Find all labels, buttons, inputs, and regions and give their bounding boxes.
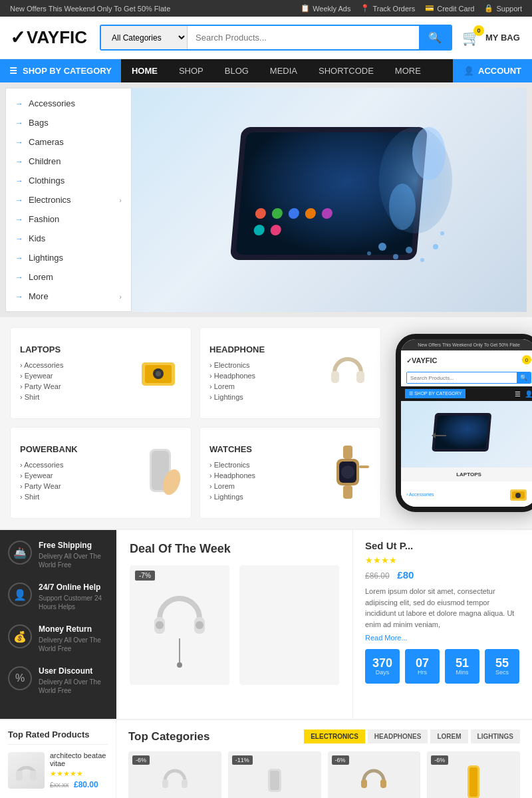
cat-link[interactable]: › Accessories <box>20 360 63 370</box>
tab-electronics[interactable]: ELECTRONICS <box>304 730 365 743</box>
nav-item-media[interactable]: MEDIA <box>259 59 308 82</box>
arrow-icon: → <box>15 138 23 147</box>
cat-link[interactable]: › Electronics <box>209 460 255 470</box>
nav-item-shortcode[interactable]: SHORTCODE <box>308 59 384 82</box>
countdown-mins: 51 Mins <box>445 649 479 684</box>
cat-link[interactable]: › Lorem <box>209 481 255 491</box>
nav-item-blog[interactable]: BLOG <box>214 59 259 82</box>
hero-banner <box>132 88 527 312</box>
cat-link[interactable]: › Party Wear <box>20 481 78 491</box>
deal-products-row: -7% <box>130 565 339 685</box>
svg-point-42 <box>515 493 521 498</box>
cat-link[interactable]: › Lightings <box>209 392 265 402</box>
product-card-1[interactable]: -6% <box>128 751 221 798</box>
cat-link[interactable]: › Eyewear <box>20 370 63 381</box>
search-button[interactable]: 🔍 <box>419 26 451 49</box>
sidebar-item-kids[interactable]: →Kids <box>6 229 131 248</box>
cat-link[interactable]: › Shirt <box>20 392 63 402</box>
hamburger-icon: ☰ <box>9 66 17 76</box>
phone-category-hint: LAPTOPS <box>401 467 532 481</box>
phone-nav: ☰ SHOP BY CATEGORY ☰ 👤 <box>401 386 532 401</box>
tab-headphones[interactable]: HEADPHONES <box>368 730 428 743</box>
phone-menu-icon[interactable]: ☰ <box>515 390 521 398</box>
cat-link[interactable]: › Lorem <box>209 381 265 392</box>
phone-mockup: New Offers This Weekend Only To Get 50% … <box>396 334 532 512</box>
nav-account[interactable]: 👤 ACCOUNT <box>453 59 532 82</box>
svg-rect-37 <box>435 416 489 449</box>
cart-area[interactable]: 🛒 0 MY BAG <box>462 29 522 47</box>
rated-product-info: architecto beatae vitae ★★★★★ £xx.xx £80… <box>50 751 108 789</box>
weekly-ads-link[interactable]: 📋 Weekly Ads <box>301 4 350 13</box>
nav-item-home[interactable]: HOME <box>121 59 168 82</box>
feature-text-money: Money Return Delivery All Over The World… <box>39 624 108 653</box>
cat-link[interactable]: › Headphones <box>209 370 265 381</box>
svg-point-17 <box>433 244 438 249</box>
category-card-powerbank: POWERBANK › Accessories › Eyewear › Part… <box>10 427 192 519</box>
sidebar-item-cameras[interactable]: →Cameras <box>6 132 131 152</box>
sidebar-item-more[interactable]: →More › <box>6 287 131 306</box>
cat-link[interactable]: › Shirt <box>20 491 78 502</box>
tab-lightings[interactable]: LIGHTINGS <box>471 730 520 743</box>
svg-rect-57 <box>469 767 477 797</box>
sidebar-item-bags[interactable]: →Bags <box>6 113 131 132</box>
shop-by-category[interactable]: ☰ SHOP BY CATEGORY <box>0 59 121 82</box>
arrow-icon: → <box>15 215 23 224</box>
phone-search-input[interactable] <box>407 372 517 383</box>
sidebar-item-lorem[interactable]: →Lorem <box>6 267 131 287</box>
nav-item-shop[interactable]: SHOP <box>168 59 214 82</box>
read-more-link[interactable]: Read More... <box>365 634 408 642</box>
sidebar-item-clothings[interactable]: →Clothings <box>6 171 131 190</box>
product-badge-4: -6% <box>431 755 448 765</box>
top-bar: New Offers This Weekend Only To Get 50% … <box>0 0 532 17</box>
sidebar-item-electronics[interactable]: →Electronics › <box>6 190 131 209</box>
countdown-timer: 370 Days 07 Hrs 51 Mins 55 Secs <box>365 649 520 684</box>
phone-header: ✓VAYFIC 0 <box>401 350 532 369</box>
phone-top-bar: New Offers This Weekend Only To Get 50% … <box>401 339 532 350</box>
product-card-4[interactable]: -6% <box>427 751 520 798</box>
product-card-2[interactable]: -11% <box>228 751 321 798</box>
credit-card-link[interactable]: 💳 Credit Card <box>425 4 474 13</box>
cat-link[interactable]: › Electronics <box>209 360 265 370</box>
phone-search-btn[interactable]: 🔍 <box>517 372 531 383</box>
tab-lorem[interactable]: LOREM <box>430 730 467 743</box>
cat-link[interactable]: › Eyewear <box>20 470 78 481</box>
nav-item-more[interactable]: MORE <box>384 59 432 82</box>
phone-account-icon[interactable]: 👤 <box>525 390 532 398</box>
category-info-powerbank: POWERBANK › Accessories › Eyewear › Part… <box>20 444 78 502</box>
phone-shop-by[interactable]: ☰ SHOP BY CATEGORY <box>405 389 466 398</box>
deal-product-2[interactable] <box>239 565 339 685</box>
submenu-icon: › <box>119 196 122 204</box>
svg-rect-53 <box>270 771 279 790</box>
cat-link[interactable]: › Accessories <box>20 460 78 470</box>
feature-free-shipping: 🚢 Free Shipping Delivery All Over The Wo… <box>8 541 108 569</box>
help-icon: 👤 <box>8 583 32 606</box>
category-card-laptops: LAPTOPS › Accessories › Eyewear › Party … <box>10 327 192 419</box>
category-info-watches: WATCHES › Electronics › Headphones › Lor… <box>209 444 255 502</box>
phone-logo: ✓VAYFIC <box>406 354 438 365</box>
svg-point-13 <box>378 243 386 251</box>
product-badge-3: -6% <box>332 755 349 765</box>
arrow-icon: → <box>15 118 23 128</box>
search-input[interactable] <box>188 26 419 49</box>
account-icon: 👤 <box>464 66 474 76</box>
logo[interactable]: ✓ VAYFIC <box>10 27 90 49</box>
sidebar-item-lightings[interactable]: →Lightings <box>6 248 131 267</box>
category-select[interactable]: All Categories <box>101 26 188 49</box>
cat-link[interactable]: › Lightings <box>209 491 255 502</box>
top-rated-sidebar: Top Rated Products architecto beatae vit… <box>0 720 116 798</box>
cat-link[interactable]: › Headphones <box>209 470 255 481</box>
sidebar-item-accessories[interactable]: →Accessories <box>6 94 131 113</box>
deal-product-1[interactable]: -7% <box>130 565 229 685</box>
track-orders-link[interactable]: 📍 Track Orders <box>360 4 415 13</box>
cat-link[interactable]: › Party Wear <box>20 381 63 392</box>
product-card-3[interactable]: -6% <box>328 751 421 798</box>
sidebar-item-children[interactable]: →Children <box>6 152 131 171</box>
feature-online-help: 👤 24/7 Online Help Support Customer 24 H… <box>8 583 108 611</box>
category-image-watches <box>325 446 371 501</box>
product-badge-1: -6% <box>132 755 150 765</box>
phone-laptops-row: › Accessories <box>401 481 532 507</box>
sidebar-item-fashion[interactable]: →Fashion <box>6 209 131 229</box>
arrow-icon: → <box>15 273 23 282</box>
support-link[interactable]: 🔒 Support <box>484 4 522 13</box>
header: ✓ VAYFIC All Categories 🔍 🛒 0 MY BAG <box>0 17 532 59</box>
